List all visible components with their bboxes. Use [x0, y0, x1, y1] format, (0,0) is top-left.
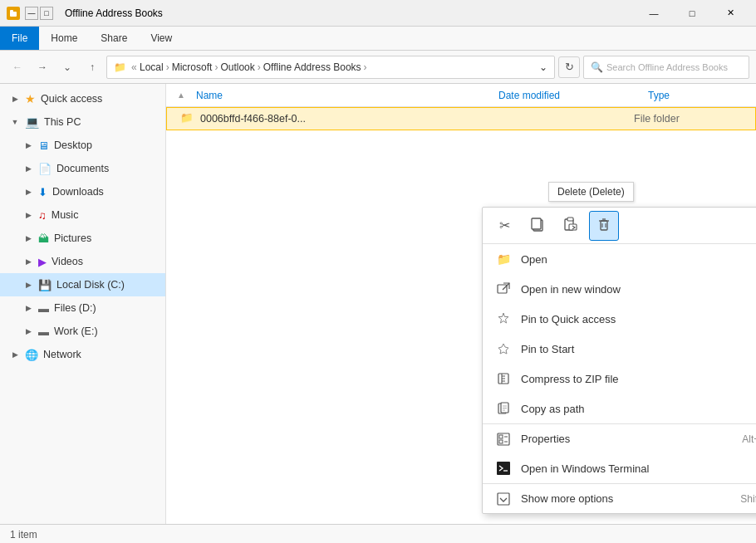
path-sep-4: ›: [364, 61, 367, 73]
sidebar-item-files-d[interactable]: ▶ ▬ Files (D:): [0, 296, 165, 320]
path-part-microsoft[interactable]: Microsoft: [172, 61, 213, 73]
ctx-label-pin-start: Pin to Start: [521, 343, 756, 355]
svg-rect-6: [567, 218, 573, 221]
status-bar: 1 item: [0, 524, 756, 543]
ctx-label-open-terminal: Open in Windows Terminal: [521, 462, 756, 475]
sidebar-item-downloads[interactable]: ▶ ⬇ Downloads: [0, 180, 165, 203]
cut-icon: ✂: [499, 218, 510, 233]
path-dropdown[interactable]: ⌄: [539, 61, 547, 73]
ctx-item-show-more-options[interactable]: Show more options Shift+F10: [483, 483, 756, 513]
win-minimize[interactable]: —: [635, 0, 673, 27]
forward-button[interactable]: →: [32, 56, 53, 78]
files-d-icon: ▬: [38, 302, 49, 315]
svg-rect-13: [498, 285, 507, 293]
ctx-copy-button[interactable]: [523, 211, 552, 241]
sidebar-item-local-disk-c[interactable]: ▶ 💾 Local Disk (C:): [0, 273, 165, 296]
sidebar-label-downloads: Downloads: [52, 186, 104, 198]
ctx-item-copy-as-path[interactable]: Copy as path: [483, 394, 756, 423]
sidebar-item-videos[interactable]: ▶ ▶ Videos: [0, 250, 165, 273]
documents-icon: 📄: [38, 163, 52, 175]
ctx-delete-button[interactable]: [589, 211, 619, 241]
tab-share[interactable]: Share: [89, 27, 139, 50]
window-title: Offline Address Books: [65, 7, 163, 19]
sidebar-item-this-pc[interactable]: ▼ 💻 This PC: [0, 110, 165, 134]
tab-home[interactable]: Home: [39, 27, 89, 50]
ctx-item-compress-zip[interactable]: Compress to ZIP file: [483, 364, 756, 394]
context-menu-wrapper: Delete (Delete) ✂: [482, 207, 756, 514]
sidebar-item-network[interactable]: ▶ 🌐 Network: [0, 343, 165, 366]
svg-rect-28: [499, 440, 503, 443]
address-path[interactable]: 📁 « Local › Microsoft › Outlook › Offlin…: [106, 56, 555, 79]
path-part-oab[interactable]: Offline Address Books: [263, 61, 361, 73]
pc-icon: 💻: [25, 115, 39, 129]
sidebar-label-this-pc: This PC: [44, 116, 81, 128]
expand-icon-network: ▶: [10, 350, 20, 360]
sidebar-item-desktop[interactable]: ▶ 🖥 Desktop: [0, 134, 165, 157]
path-separator-0: «: [131, 61, 140, 73]
delete-icon: [596, 217, 611, 235]
minimize-button[interactable]: —: [25, 7, 38, 20]
content-area: ▲ Name Date modified Type 📁 0006bffd-f46…: [166, 84, 756, 524]
ctx-item-pin-quick-access[interactable]: Pin to Quick access: [483, 304, 756, 334]
sidebar-label-files-d: Files (D:): [54, 302, 96, 314]
network-icon: 🌐: [25, 349, 38, 361]
pin-quick-access-icon: [496, 311, 511, 326]
open-new-window-icon: [496, 281, 511, 296]
col-header-name[interactable]: Name: [189, 90, 492, 101]
ctx-item-open-terminal[interactable]: Open in Windows Terminal: [483, 453, 756, 483]
ctx-item-properties[interactable]: Properties Alt+Enter: [483, 423, 756, 453]
path-part-local[interactable]: Local: [140, 61, 164, 73]
expand-icon-quick-access: ▶: [10, 94, 20, 104]
sort-arrow-up: ▲: [173, 90, 189, 100]
col-header-type[interactable]: Type: [641, 90, 749, 101]
col-header-date[interactable]: Date modified: [492, 90, 641, 101]
sidebar-item-pictures[interactable]: ▶ 🏔 Pictures: [0, 227, 165, 250]
sidebar-item-documents[interactable]: ▶ 📄 Documents: [0, 157, 165, 180]
sidebar-item-music[interactable]: ▶ ♫ Music: [0, 203, 165, 227]
tab-file[interactable]: File: [0, 27, 39, 50]
win-maximize[interactable]: □: [673, 0, 711, 27]
ctx-label-compress-zip: Compress to ZIP file: [521, 373, 756, 385]
ctx-item-open[interactable]: 📁 Open Enter: [483, 244, 756, 274]
sidebar-item-quick-access[interactable]: ▶ ★ Quick access: [0, 87, 165, 110]
ctx-label-pin-quick-access: Pin to Quick access: [521, 313, 756, 325]
ctx-item-pin-start[interactable]: Pin to Start: [483, 334, 756, 364]
path-sep-1: ›: [166, 61, 169, 73]
up-button[interactable]: ↑: [81, 56, 103, 78]
expand-icon-work-e: ▶: [23, 326, 33, 336]
file-row-0[interactable]: 📁 0006bffd-f466-88ef-0... File folder: [166, 107, 756, 130]
ctx-label-open: Open: [521, 253, 749, 266]
ctx-shortcut-show-more-options: Shift+F10: [740, 493, 756, 505]
ctx-cut-button[interactable]: ✂: [489, 211, 519, 241]
star-icon: ★: [25, 92, 36, 105]
address-bar: ← → ⌄ ↑ 📁 « Local › Microsoft › Outlook …: [0, 51, 756, 84]
path-part-outlook[interactable]: Outlook: [220, 61, 254, 73]
refresh-button[interactable]: ↻: [558, 56, 580, 78]
svg-marker-15: [498, 313, 508, 323]
back-button[interactable]: ←: [7, 56, 28, 78]
properties-icon: [496, 432, 511, 447]
expand-icon-videos: ▶: [23, 257, 33, 267]
app-icon: [7, 7, 20, 20]
search-box[interactable]: 🔍 Search Offline Address Books: [583, 56, 749, 79]
sidebar-label-local-disk-c: Local Disk (C:): [56, 279, 125, 291]
svg-rect-2: [10, 10, 13, 12]
context-menu: ✂: [482, 207, 756, 514]
file-name-0: 0006bffd-f466-88ef-0...: [200, 113, 484, 125]
svg-rect-27: [499, 435, 503, 438]
expand-icon-files-d: ▶: [23, 303, 33, 313]
delete-tooltip: Delete (Delete): [548, 182, 634, 202]
ctx-item-open-new-window[interactable]: Open in new window: [483, 274, 756, 304]
tab-view[interactable]: View: [139, 27, 184, 50]
sidebar-item-work-e[interactable]: ▶ ▬ Work (E:): [0, 320, 165, 343]
recent-locations-button[interactable]: ⌄: [56, 56, 78, 78]
svg-rect-33: [498, 493, 509, 505]
win-close[interactable]: ✕: [711, 0, 749, 27]
sidebar-label-quick-access: Quick access: [41, 93, 102, 105]
maximize-button[interactable]: □: [40, 7, 53, 20]
expand-icon-documents: ▶: [23, 164, 33, 174]
expand-icon-downloads: ▶: [23, 187, 33, 197]
context-menu-toolbar: ✂: [483, 208, 756, 244]
ctx-paste-shortcut-button[interactable]: [556, 211, 586, 241]
status-text: 1 item: [10, 529, 37, 541]
